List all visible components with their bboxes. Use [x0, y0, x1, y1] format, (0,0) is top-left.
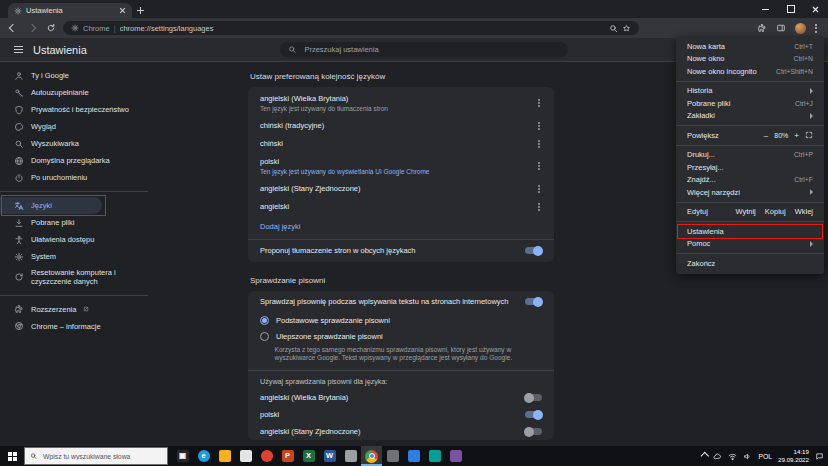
- edit-cut-button[interactable]: Wytnij: [735, 207, 755, 216]
- sidebar-item-default-browser[interactable]: Domyślna przeglądarka: [0, 152, 148, 169]
- zoom-magnifier-icon[interactable]: [609, 24, 618, 33]
- spellcheck-toggle[interactable]: [525, 298, 542, 305]
- sidebar-item-appearance[interactable]: Wygląd: [0, 118, 148, 135]
- taskbar-search[interactable]: [24, 447, 168, 465]
- menu-item-cast[interactable]: Przesyłaj...: [676, 161, 824, 174]
- radio-selected-icon[interactable]: [260, 316, 269, 325]
- side-panel-icon[interactable]: [776, 23, 786, 33]
- taskbar-app-gray[interactable]: [382, 446, 403, 466]
- sidebar-item-you-and-google[interactable]: Ty i Google: [0, 67, 148, 84]
- bookmark-star-icon[interactable]: [622, 24, 631, 33]
- tray-expand-icon[interactable]: [701, 452, 709, 460]
- menu-dots-button[interactable]: [815, 24, 817, 33]
- forward-button[interactable]: [25, 22, 38, 35]
- menu-item-new-tab[interactable]: Nowa karta Ctrl+T: [676, 40, 824, 53]
- taskbar-app-excel[interactable]: X: [298, 446, 319, 466]
- sidebar-item-downloads[interactable]: Pobrane pliki: [0, 214, 148, 231]
- menu-item-settings[interactable]: Ustawienia: [676, 225, 824, 238]
- language-row[interactable]: angielski (Wielka Brytania) Ten język je…: [248, 87, 554, 117]
- taskbar-app-file-explorer[interactable]: [214, 446, 235, 466]
- language-row[interactable]: chiński: [248, 135, 554, 153]
- menu-item-downloads[interactable]: Pobrane pliki Ctrl+J: [676, 97, 824, 110]
- extensions-puzzle-icon[interactable]: [757, 23, 767, 33]
- tab-close-icon[interactable]: [119, 7, 126, 14]
- close-button[interactable]: [803, 0, 828, 18]
- taskbar-app-purple[interactable]: [445, 446, 466, 466]
- edit-copy-button[interactable]: Kopiuj: [765, 207, 786, 216]
- minimize-button[interactable]: [753, 0, 778, 18]
- spellcheck-language-row[interactable]: polski: [248, 406, 554, 423]
- sidebar-item-reset[interactable]: Resetowanie komputera i czyszczenie dany…: [0, 265, 148, 290]
- language-row[interactable]: angielski: [248, 198, 554, 216]
- settings-search[interactable]: [280, 42, 568, 57]
- menu-item-new-window[interactable]: Nowe okno Ctrl+N: [676, 53, 824, 66]
- language-row[interactable]: angielski (Stany Zjednoczone): [248, 180, 554, 198]
- more-options-kebab-icon[interactable]: [538, 125, 540, 127]
- new-tab-button[interactable]: [132, 3, 148, 18]
- more-options-kebab-icon[interactable]: [538, 188, 540, 190]
- settings-search-input[interactable]: [302, 44, 560, 55]
- menu-item-print[interactable]: Drukuj... Ctrl+P: [676, 149, 824, 162]
- profile-avatar[interactable]: [795, 23, 806, 34]
- action-center-icon[interactable]: [815, 452, 824, 461]
- maximize-button[interactable]: [778, 0, 803, 18]
- spellcheck-language-toggle[interactable]: [525, 411, 542, 418]
- more-options-kebab-icon[interactable]: [538, 143, 540, 145]
- taskbar-app-libreoffice[interactable]: [340, 446, 361, 466]
- spellcheck-language-row[interactable]: angielski (Stany Zjednoczone): [248, 423, 554, 440]
- address-bar[interactable]: Chrome | chrome://settings/languages: [63, 21, 639, 35]
- spellcheck-language-row[interactable]: angielski (Wielka Brytania): [248, 389, 554, 406]
- hamburger-menu-icon[interactable]: [14, 46, 23, 54]
- language-row[interactable]: polski Ten język jest używany do wyświet…: [248, 153, 554, 180]
- sidebar-item-privacy[interactable]: Prywatność i bezpieczeństwo: [0, 101, 148, 118]
- sidebar-item-accessibility[interactable]: Ułatwienia dostępu: [0, 231, 148, 248]
- sidebar-item-on-startup[interactable]: Po uruchomieniu: [0, 169, 148, 186]
- zoom-in-button[interactable]: +: [794, 131, 799, 140]
- reload-button[interactable]: [44, 22, 57, 35]
- start-button[interactable]: [0, 446, 24, 466]
- language-indicator[interactable]: POL: [758, 453, 772, 460]
- translate-toggle[interactable]: [525, 247, 542, 254]
- menu-item-help[interactable]: Pomoc: [676, 238, 824, 251]
- add-languages-button[interactable]: Dodaj języki: [248, 216, 554, 239]
- edit-paste-button[interactable]: Wklej: [795, 207, 813, 216]
- menu-item-more-tools[interactable]: Więcej narzędzi: [676, 186, 824, 199]
- more-options-kebab-icon[interactable]: [538, 165, 540, 167]
- sidebar-item-search-engine[interactable]: Wyszukiwarka: [0, 135, 148, 152]
- spellcheck-toggle-row[interactable]: Sprawdzaj pisownię podczas wpisywania te…: [248, 291, 554, 313]
- cloud-icon[interactable]: [713, 452, 722, 461]
- sidebar-item-languages[interactable]: Języki: [0, 197, 102, 214]
- taskbar-app-task-view[interactable]: ▣: [172, 446, 193, 466]
- more-options-kebab-icon[interactable]: [538, 206, 540, 208]
- translate-toggle-row[interactable]: Proponuj tłumaczenie stron w obcych języ…: [248, 240, 554, 262]
- taskbar-app-light[interactable]: [235, 446, 256, 466]
- basic-spellcheck-option[interactable]: Podstawowe sprawdzanie pisowni: [248, 313, 554, 329]
- menu-item-new-incognito[interactable]: Nowe okno incognito Ctrl+Shift+N: [676, 65, 824, 78]
- zoom-out-button[interactable]: –: [764, 131, 768, 140]
- wifi-icon[interactable]: [728, 452, 737, 461]
- menu-item-bookmarks[interactable]: Zakładki: [676, 110, 824, 123]
- menu-item-history[interactable]: Historia: [676, 85, 824, 98]
- more-options-kebab-icon[interactable]: [538, 102, 540, 104]
- taskbar-app-edge[interactable]: e: [193, 446, 214, 466]
- browser-tab-settings[interactable]: Ustawienia: [8, 3, 132, 18]
- clock[interactable]: 14:19 29.09.2022: [778, 448, 809, 465]
- enhanced-spellcheck-option[interactable]: Ulepszone sprawdzanie pisowni: [248, 329, 554, 345]
- spellcheck-language-toggle[interactable]: [525, 394, 542, 401]
- taskbar-search-input[interactable]: [41, 452, 162, 461]
- taskbar-app-teal[interactable]: [424, 446, 445, 466]
- sidebar-item-autofill[interactable]: Autouzupełnianie: [0, 84, 148, 101]
- taskbar-app-blue[interactable]: [403, 446, 424, 466]
- menu-item-find[interactable]: Znajdź... Ctrl+F: [676, 174, 824, 187]
- sidebar-item-system[interactable]: System: [0, 248, 148, 265]
- radio-unselected-icon[interactable]: [260, 332, 269, 341]
- sidebar-item-extensions[interactable]: Rozszerzenia: [0, 301, 148, 318]
- taskbar-app-powerpoint[interactable]: P: [277, 446, 298, 466]
- language-row[interactable]: chiński (tradycyjne): [248, 117, 554, 135]
- spellcheck-language-toggle[interactable]: [525, 428, 542, 435]
- menu-item-exit[interactable]: Zakończ: [676, 257, 824, 270]
- taskbar-app-red[interactable]: [256, 446, 277, 466]
- back-button[interactable]: [6, 22, 19, 35]
- taskbar-app-word[interactable]: W: [319, 446, 340, 466]
- taskbar-app-chrome[interactable]: [361, 446, 382, 466]
